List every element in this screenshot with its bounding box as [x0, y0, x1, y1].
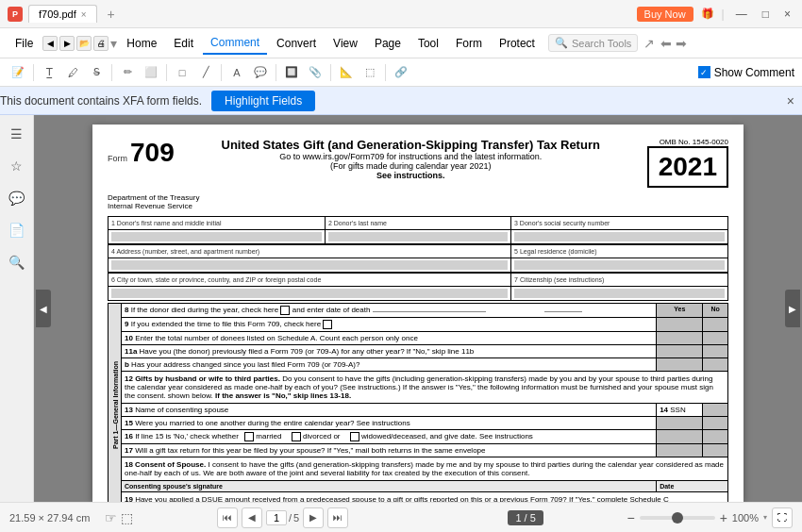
eraser-btn[interactable]: ⬜	[141, 62, 161, 83]
form-label: Form	[108, 154, 127, 163]
sep-6	[330, 64, 331, 81]
shape-btn[interactable]: □	[172, 62, 192, 83]
year-number: 2021	[659, 152, 717, 182]
first-page-btn[interactable]: ⏮	[217, 507, 238, 528]
row-16-text: 16 If line 15 is 'No,' check whether mar…	[122, 430, 657, 444]
sidebar-search-icon[interactable]: 🔍	[6, 251, 28, 274]
checkbox-divorced[interactable]	[292, 432, 301, 441]
stamp-btn[interactable]: 🔲	[281, 62, 302, 83]
measure-btn[interactable]: 📐	[336, 62, 357, 83]
attach-btn[interactable]: 📎	[305, 62, 326, 83]
form-right-block: OMB No. 1545-0020 2021	[647, 138, 728, 188]
field-2: 2 Donor's last name	[325, 217, 510, 230]
row-11a-no	[703, 345, 728, 358]
sep-5	[276, 64, 276, 81]
fields-row-1: 1 Donor's first name and middle initial …	[108, 216, 728, 244]
menu-comment[interactable]: Comment	[203, 32, 267, 55]
open-icon[interactable]: 📂	[76, 36, 92, 51]
menu-arrow-icon[interactable]: ▾	[110, 36, 117, 51]
notification-close-btn[interactable]: ×	[787, 93, 794, 108]
menu-file[interactable]: File	[8, 33, 41, 54]
page-size-label: 21.59 × 27.94 cm	[9, 512, 90, 524]
sticky-note-btn[interactable]: 📝	[8, 62, 28, 83]
date-label: Date	[657, 481, 728, 492]
hand-tool[interactable]: ☞	[105, 510, 117, 525]
buy-now-btn[interactable]: Buy Now	[637, 7, 693, 22]
sep-3	[166, 64, 167, 81]
checkbox-married[interactable]	[244, 432, 254, 441]
area-btn[interactable]: ⬚	[359, 62, 380, 83]
tab-filename: f709.pdf	[39, 8, 76, 20]
text-markup-btn[interactable]: T̲	[39, 62, 59, 83]
zoom-out-btn[interactable]: −	[627, 510, 634, 525]
field-5: 5 Legal residence (domicile)	[511, 245, 728, 258]
row-10-no	[703, 332, 728, 345]
search-tools-label: Search Tools	[572, 38, 631, 49]
left-sidebar: ☰ ☆ 💬 📄 🔍	[0, 115, 34, 502]
field-4: 4 Address (number, street, and apartment…	[109, 245, 511, 258]
show-comment-toggle[interactable]: ✓ Show Comment	[698, 66, 794, 79]
menu-convert[interactable]: Convert	[269, 33, 324, 54]
field-1-value	[109, 230, 326, 244]
menu-page[interactable]: Page	[367, 33, 409, 54]
menu-form[interactable]: Form	[448, 33, 490, 54]
back-nav-icon[interactable]: ⬅	[660, 36, 672, 51]
zoom-in-btn[interactable]: +	[720, 510, 727, 525]
search-tools-input[interactable]: 🔍 Search Tools	[548, 34, 638, 52]
row-14-text: 14 SSN	[657, 404, 703, 417]
tab-close-btn[interactable]: ×	[81, 9, 87, 20]
show-comment-checkbox[interactable]: ✓	[698, 66, 710, 78]
share-icon[interactable]: ↗	[643, 36, 655, 51]
menu-home[interactable]: Home	[119, 33, 164, 54]
checkbox-8[interactable]	[280, 306, 290, 315]
row-15-text: 15 Were you married to one another durin…	[122, 417, 657, 430]
select-tool[interactable]: ⬚	[121, 510, 133, 525]
textbox-btn[interactable]: A	[226, 62, 247, 83]
scroll-right-arrow[interactable]: ▶	[785, 290, 800, 327]
zoom-slider[interactable]	[640, 516, 715, 520]
strikethrough-btn[interactable]: S̶	[86, 62, 107, 83]
field-1: 1 Donor's first name and middle initial	[109, 217, 326, 230]
sidebar-panel-toggle[interactable]: ☰	[6, 123, 28, 145]
checkbox-9[interactable]	[323, 320, 332, 329]
menu-edit[interactable]: Edit	[166, 33, 201, 54]
forward-icon[interactable]: ▶	[59, 36, 75, 51]
row-17-text: 17 Will a gift tax return for this year …	[122, 444, 657, 457]
cursor-tools: ☞ ⬚	[105, 510, 133, 525]
last-page-btn[interactable]: ⏭	[327, 507, 348, 528]
print-icon[interactable]: 🖨	[93, 36, 109, 51]
checkbox-widowed[interactable]	[350, 432, 359, 441]
sidebar-pages-icon[interactable]: 📄	[6, 219, 28, 241]
fit-btn[interactable]: ⛶	[772, 507, 793, 528]
sidebar-comment-icon[interactable]: 💬	[6, 187, 28, 209]
document-tab[interactable]: f709.pdf ×	[28, 5, 97, 23]
close-btn[interactable]: ×	[780, 8, 794, 21]
zoom-dropdown-icon[interactable]: ▾	[763, 513, 767, 522]
draw-btn[interactable]: ✏	[117, 62, 138, 83]
page-navigation: ⏮ ◀ / 5 ▶ ⏭	[217, 507, 348, 528]
sidebar-bookmark-icon[interactable]: ☆	[6, 155, 28, 177]
highlight-btn[interactable]: 🖊	[62, 62, 83, 83]
menu-view[interactable]: View	[326, 33, 365, 54]
maximize-btn[interactable]: □	[759, 8, 773, 21]
row-16-yes	[657, 430, 703, 444]
row-18-text: 18 Consent of Spouse. I consent to have …	[122, 457, 728, 481]
zoom-slider-thumb[interactable]	[672, 512, 683, 524]
minimize-btn[interactable]: —	[732, 8, 751, 21]
highlight-fields-btn[interactable]: Highlight Fields	[211, 91, 315, 111]
main-area: ☰ ☆ 💬 📄 🔍 ◀ ▶ Form 709 United States Gif…	[0, 115, 802, 502]
prev-page-btn[interactable]: ◀	[242, 507, 262, 528]
scroll-left-arrow[interactable]: ◀	[36, 290, 51, 327]
next-page-btn[interactable]: ▶	[303, 507, 324, 528]
page-number-input[interactable]	[266, 510, 287, 525]
forward-nav-icon[interactable]: ➡	[676, 36, 687, 51]
back-icon[interactable]: ◀	[42, 36, 58, 51]
line-btn[interactable]: ╱	[195, 62, 216, 83]
menu-protect[interactable]: Protect	[492, 33, 543, 54]
callout-btn[interactable]: 💬	[250, 62, 271, 83]
menu-tool[interactable]: Tool	[410, 33, 446, 54]
add-tab-btn[interactable]: +	[103, 7, 120, 22]
link-btn[interactable]: 🔗	[391, 62, 411, 83]
sep-7	[385, 64, 386, 81]
document-area: ◀ ▶ Form 709 United States Gift (and Gen…	[34, 115, 802, 502]
